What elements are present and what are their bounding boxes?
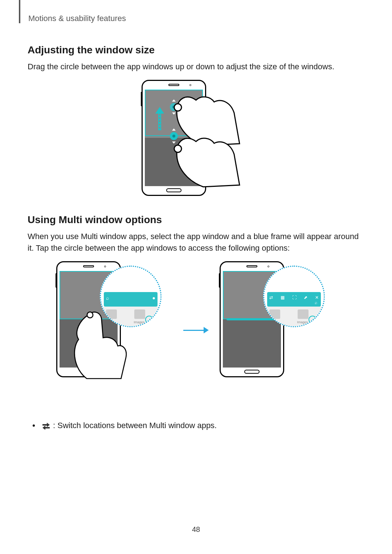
check-icon: ✓	[309, 316, 317, 324]
breadcrumb: Motions & usability features	[28, 14, 364, 23]
illustration-adjust-size	[28, 80, 364, 196]
drag-up-arrow-icon	[157, 107, 162, 130]
close-icon: ✕	[315, 295, 319, 300]
page-number: 48	[0, 525, 392, 534]
swap-icon: ⇄	[269, 295, 273, 300]
swap-location-icon	[41, 422, 51, 430]
search-icon: ⌕	[315, 300, 317, 305]
body-multi-window-options: When you use Multi window apps, select t…	[28, 231, 364, 254]
callout-zoom-right: ⇄ ▦ ⛶ ⬈ ✕ ⌕ files Images ✓	[263, 266, 325, 327]
callout-zoom-left: ⌕● files Images ✓	[100, 266, 162, 327]
bullet-icon	[33, 424, 35, 427]
drag-icon: ▦	[281, 295, 285, 300]
transition-arrow-icon	[183, 328, 209, 333]
page-tab-decor	[19, 0, 20, 23]
heading-adjusting-window-size: Adjusting the window size	[28, 44, 364, 56]
bullet-text: : Switch locations between Multi window …	[53, 421, 217, 430]
illustration-multi-window-options: ⌕● files Images ✓	[28, 261, 364, 399]
callout-label-images: Images	[134, 320, 144, 324]
heading-multi-window-options: Using Multi window options	[28, 214, 364, 226]
expand-icon: ⛶	[292, 295, 297, 300]
list-item: : Switch locations between Multi window …	[28, 421, 364, 430]
maximize-icon: ⬈	[304, 295, 307, 300]
search-icon: ⌕	[106, 295, 109, 301]
callout-label-images-2: Images	[297, 320, 308, 324]
check-icon: ✓	[145, 316, 153, 324]
body-adjusting-window-size: Drag the circle between the app windows …	[28, 61, 364, 73]
